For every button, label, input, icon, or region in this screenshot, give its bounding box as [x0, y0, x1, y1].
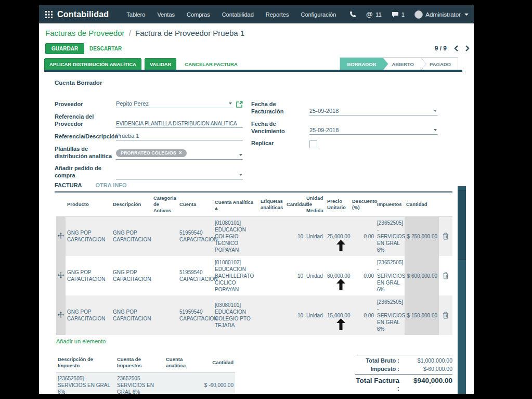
trash-icon[interactable]: [443, 272, 449, 279]
cell-cuenta-analitica[interactable]: [01080101] EDUCACION COLEGIO TECNICO POP…: [213, 216, 259, 256]
col-unidad[interactable]: Unidad de Medida: [305, 192, 326, 216]
cell-descripcion[interactable]: GNG POP CAPACITACION: [111, 295, 152, 335]
cell-categoria[interactable]: [152, 216, 178, 256]
purchase-order-field[interactable]: [116, 163, 243, 179]
cell-impuestos[interactable]: [23652505] - SERVICIOS EN GRAL 6%: [375, 216, 405, 256]
user-menu[interactable]: Administrator: [414, 10, 469, 19]
ref-proveedor-field[interactable]: EVIDENCIA PLANTILLA DISTRIBUCION ANALITI…: [116, 112, 243, 128]
discard-button[interactable]: DESCARTAR: [84, 44, 127, 54]
cell-producto[interactable]: GNG POP CAPACITACION: [66, 256, 111, 295]
menu-ventas[interactable]: Ventas: [157, 11, 175, 18]
cell-etiquetas[interactable]: [259, 256, 285, 295]
cell-categoria[interactable]: [152, 295, 178, 335]
cell-etiquetas[interactable]: [259, 295, 285, 335]
cell-impuestos[interactable]: [23652505] - SERVICIOS EN GRAL 6%: [375, 256, 405, 295]
app-title[interactable]: Contabilidad: [57, 10, 109, 19]
tab-factura[interactable]: FACTURA: [55, 182, 82, 188]
activities-counter[interactable]: @ 11: [366, 10, 382, 18]
cell-unidad[interactable]: Unidad: [305, 295, 326, 335]
cell-descuento[interactable]: 0.00: [351, 216, 375, 256]
pager-next-icon[interactable]: [465, 45, 470, 52]
cell-producto[interactable]: GNG POP CAPACITACION: [66, 216, 111, 256]
cell-descripcion[interactable]: GNG POP CAPACITACION: [111, 256, 152, 295]
breadcrumb-parent-link[interactable]: Facturas de Proveedor: [45, 29, 125, 37]
col-total[interactable]: Cantidad: [405, 192, 439, 216]
col-descripcion[interactable]: Descripción: [111, 192, 152, 216]
pager-previous-icon[interactable]: [454, 45, 458, 52]
cell-cuenta[interactable]: 51959540 CAPACITACION: [178, 295, 213, 335]
cell-impuestos[interactable]: [23652505] - SERVICIOS EN GRAL 6%: [375, 295, 405, 335]
drag-handle-icon[interactable]: [58, 312, 64, 318]
col-cuenta-analitica[interactable]: Cuenta Analítica: [213, 192, 259, 216]
menu-tablero[interactable]: Tablero: [126, 11, 145, 18]
cell-cuenta[interactable]: 51959540 CAPACITACION: [178, 256, 213, 295]
cell-descuento[interactable]: 0.00: [351, 256, 375, 295]
cell-total[interactable]: $ 600,000.00: [405, 256, 439, 295]
cell-cuenta-analitica[interactable]: [03080101] EDUCACION COLEGIO PTO TEJADA: [213, 295, 259, 335]
cell-descuento[interactable]: 0.00: [351, 295, 375, 335]
drag-handle-icon[interactable]: [58, 233, 64, 239]
menu-compras[interactable]: Compras: [187, 11, 210, 18]
plantillas-field[interactable]: PRORRATEO COLEGIOS ×: [116, 144, 243, 160]
cell-precio[interactable]: 25,000.00: [326, 216, 351, 256]
cell-tax-descripcion[interactable]: [23652505] - SERVICIOS EN GRAL 6%: [56, 373, 115, 394]
cell-cantidad[interactable]: 10: [285, 295, 305, 335]
cancel-invoice-button[interactable]: CANCELAR FACTURA: [179, 59, 242, 69]
cell-precio[interactable]: 60,000.00: [326, 256, 351, 295]
cell-cantidad[interactable]: 10: [285, 256, 305, 295]
tag-remove-icon[interactable]: ×: [179, 150, 182, 156]
col-precio[interactable]: Precio Unitario: [326, 192, 351, 216]
phone-icon[interactable]: [349, 11, 356, 18]
cell-unidad[interactable]: Unidad: [305, 216, 326, 256]
cell-total[interactable]: $ 250,000.00: [405, 216, 439, 256]
menu-reportes[interactable]: Reportes: [266, 11, 289, 18]
dropdown-caret-icon[interactable]: [239, 154, 242, 156]
dropdown-caret-icon[interactable]: [434, 110, 437, 112]
dropdown-caret-icon[interactable]: [434, 129, 437, 131]
tab-otra-info[interactable]: OTRA INFO: [96, 182, 127, 188]
external-link-icon[interactable]: [236, 101, 243, 108]
cell-cuenta-analitica[interactable]: [01080102] EDUCACION BACHILLERATO CICLIC…: [213, 256, 259, 295]
cell-descripcion[interactable]: GNG POP CAPACITACION: [111, 216, 152, 256]
proveedor-field[interactable]: Pepito Perez: [116, 99, 232, 108]
fecha-vencimiento-field[interactable]: 25-09-2018: [309, 119, 437, 135]
col-cuenta[interactable]: Cuenta: [178, 192, 213, 216]
cell-producto[interactable]: GNG POP CAPACITACION: [66, 295, 111, 335]
cell-tax-cuenta-analitica[interactable]: [164, 373, 192, 394]
drag-handle-icon[interactable]: [58, 272, 64, 278]
menu-contabilidad[interactable]: Contabilidad: [222, 11, 254, 18]
cell-cantidad[interactable]: 10: [285, 216, 305, 256]
col-etiquetas[interactable]: Etiquetas analíticas: [259, 192, 285, 216]
col-impuestos[interactable]: Impuestos: [375, 192, 405, 216]
apply-analytic-distribution-button[interactable]: APLICAR DISTRIBUCIÓN ANALÍTICA: [44, 58, 141, 70]
scrollbar-thumb[interactable]: [458, 190, 466, 260]
col-producto[interactable]: Producto: [66, 192, 111, 216]
dropdown-caret-icon[interactable]: [239, 174, 242, 176]
cell-etiquetas[interactable]: [259, 216, 285, 256]
apps-grid-icon[interactable]: [45, 11, 53, 18]
menu-configuracion[interactable]: Configuración: [301, 11, 336, 18]
trash-icon[interactable]: [443, 312, 449, 319]
col-cantidad[interactable]: Cantidad: [285, 192, 305, 216]
fecha-facturacion-field[interactable]: 25-09-2018: [309, 99, 437, 115]
cell-cuenta[interactable]: 51959540 CAPACITACION: [178, 216, 213, 256]
col-categoria-activos[interactable]: Categoria de Activos: [152, 192, 178, 216]
analytic-template-tag[interactable]: PRORRATEO COLEGIOS ×: [116, 149, 187, 157]
cell-precio[interactable]: 15,000.00: [326, 295, 351, 335]
stage-borrador[interactable]: BORRADOR: [340, 58, 383, 70]
ref-descripcion-field[interactable]: Prueba 1: [116, 132, 243, 140]
cell-total[interactable]: $ 150,000.00: [405, 295, 439, 335]
cell-categoria[interactable]: [152, 256, 178, 295]
vertical-scrollbar[interactable]: [458, 186, 466, 394]
add-line-link[interactable]: Añadir un elemento: [56, 338, 106, 344]
col-descuento[interactable]: Descuento (%): [351, 192, 375, 216]
cell-tax-cuenta[interactable]: 23652505 SERVICIOS EN GRAL 6%: [115, 373, 164, 394]
cell-unidad[interactable]: Unidad: [305, 256, 326, 295]
messages-counter[interactable]: 1: [392, 11, 405, 18]
save-button[interactable]: GUARDAR: [45, 43, 84, 54]
cell-tax-cantidad[interactable]: $ -60,000.00: [192, 373, 235, 394]
dropdown-caret-icon[interactable]: [229, 102, 232, 105]
replicar-checkbox[interactable]: [309, 140, 317, 148]
trash-icon[interactable]: [443, 233, 449, 240]
validate-button[interactable]: VALIDAR: [145, 58, 177, 70]
